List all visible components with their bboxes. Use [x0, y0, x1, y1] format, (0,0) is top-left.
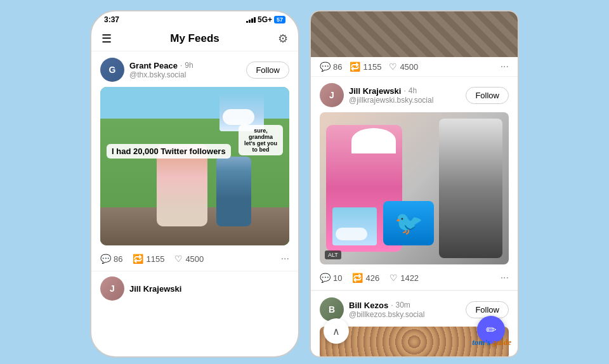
sky-patch-jill-1	[332, 207, 377, 245]
avatar-jill[interactable]: J	[320, 83, 344, 107]
post-jill-partial: J Jill Krajewski	[91, 271, 298, 306]
retweet-icon-top: 🔁	[350, 62, 360, 72]
stat-retweets-jill[interactable]: 🔁 426	[352, 273, 379, 283]
stat-likes-jill[interactable]: ♡ 1422	[390, 273, 419, 283]
stat-retweets-grant[interactable]: 🔁 1155	[133, 254, 164, 264]
outdoor-photo-bg	[100, 87, 289, 245]
toms-guide-tom: tom	[472, 337, 485, 347]
post-stats-jill: 💬 10 🔁 426 ♡ 1422 ···	[320, 270, 509, 286]
post-time-grant: ·	[180, 61, 182, 70]
comment-icon: 💬	[100, 254, 111, 264]
menu-icon[interactable]: ☰	[102, 32, 112, 46]
comment-icon-top: 💬	[320, 62, 331, 72]
more-options-jill[interactable]: ···	[501, 272, 509, 283]
phone-frame-left: 3:37 5G+ 57 ☰ My Feeds ⚙	[90, 10, 299, 358]
user-handle-bill: @billkezos.bsky.social	[349, 310, 424, 319]
network-type: 5G+	[258, 15, 272, 24]
retweet-count-jill: 426	[365, 273, 379, 283]
comment-icon-jill: 💬	[320, 273, 331, 283]
stat-likes-top[interactable]: ♡ 4500	[389, 62, 418, 72]
post-image-main-grant: I had 20,000 Twitter followers sure, gra…	[100, 87, 289, 245]
speech-bubble-side: sure, grandma let's get you to bed	[239, 125, 283, 155]
speech-bubble-main: I had 20,000 Twitter followers	[107, 144, 231, 159]
twitter-patch: 🐦	[383, 201, 434, 245]
avatar-grant[interactable]: G	[100, 58, 124, 82]
avatar-bill[interactable]: B	[320, 297, 344, 322]
cloud	[223, 109, 254, 125]
post-stats-grant: 💬 86 🔁 1155 ♡ 4500 ···	[100, 250, 289, 267]
stat-retweets-top[interactable]: 🔁 1155	[350, 62, 381, 72]
post-jill-user: J Jill Krajewski · 4h @jillkrajewski.bsk…	[320, 83, 433, 107]
retweet-count-top: 1155	[363, 62, 381, 72]
post-image-jill: 🐦 ALT	[320, 112, 509, 264]
cloud-jill	[336, 228, 367, 240]
toms-apostrophe: 's	[485, 337, 492, 347]
jill-image-bg: 🐦 ALT	[320, 112, 509, 264]
post-grant-user: G Grant Peace · 9h @thx.bsky.social	[100, 58, 193, 82]
more-options-grant[interactable]: ···	[281, 253, 289, 264]
page-title: My Feeds	[170, 32, 219, 45]
compose-icon: ✏	[486, 322, 497, 337]
post-grant-header: G Grant Peace · 9h @thx.bsky.social Foll…	[100, 58, 289, 82]
signal-bars-icon	[246, 16, 256, 23]
user-name-grant: Grant Peace	[129, 61, 178, 70]
right-panel-content: 💬 86 🔁 1155 ♡ 4500 ···	[311, 11, 518, 356]
scroll-up-button[interactable]: ∧	[324, 318, 349, 344]
comment-count-grant: 86	[114, 254, 122, 264]
like-count-grant: 4500	[185, 254, 204, 264]
post-grant: G Grant Peace · 9h @thx.bsky.social Foll…	[91, 51, 298, 271]
top-cropped-image	[311, 11, 518, 57]
battery-badge: 57	[274, 16, 285, 23]
dot-jill: ·	[403, 86, 405, 95]
right-panel: 💬 86 🔁 1155 ♡ 4500 ···	[310, 10, 519, 358]
toms-guide-text: guide	[492, 337, 511, 347]
follow-button-grant[interactable]: Follow	[246, 62, 289, 79]
status-bar: 3:37 5G+ 57	[91, 11, 298, 27]
stat-comments-grant[interactable]: 💬 86	[100, 254, 122, 264]
post-time-bill: 30m	[395, 301, 410, 309]
right-stats-row: 💬 86 🔁 1155 ♡ 4500 ···	[311, 57, 518, 77]
heart-icon-jill: ♡	[390, 273, 398, 283]
stat-comments-top[interactable]: 💬 86	[320, 62, 342, 72]
follow-button-jill[interactable]: Follow	[466, 87, 509, 104]
toms-guide-watermark: tom's guide	[472, 337, 511, 348]
dot-bill: ·	[391, 301, 393, 309]
status-time: 3:37	[104, 15, 119, 24]
app-header: ☰ My Feeds ⚙	[91, 27, 298, 51]
user-handle-grant: @thx.bsky.social	[129, 70, 193, 79]
heart-icon-top: ♡	[389, 62, 397, 72]
phone-content: G Grant Peace · 9h @thx.bsky.social Foll…	[91, 51, 298, 356]
twitter-bird-icon: 🐦	[395, 210, 423, 237]
retweet-count-grant: 1155	[146, 254, 164, 264]
stat-comments-jill[interactable]: 💬 10	[320, 273, 342, 283]
like-count-jill: 1422	[400, 273, 419, 283]
post-image-grant: I had 20,000 Twitter followers sure, gra…	[100, 87, 289, 245]
user-info-bill: Bill Kezos · 30m @billkezos.bsky.social	[349, 301, 424, 319]
white-hat	[351, 128, 396, 153]
retweet-icon-jill: 🔁	[352, 273, 363, 283]
like-count-top: 4500	[400, 62, 418, 72]
bw-figure	[439, 119, 502, 258]
post-bill-header: B Bill Kezos · 30m @billkezos.bsky.socia…	[320, 297, 509, 322]
stat-likes-grant[interactable]: ♡ 4500	[174, 254, 204, 264]
user-handle-jill: @jillkrajewski.bsky.social	[349, 96, 433, 105]
user-info-jill: Jill Krajewski · 4h @jillkrajewski.bsky.…	[349, 86, 433, 105]
retweet-icon: 🔁	[133, 254, 143, 264]
heart-icon: ♡	[174, 254, 183, 264]
stone-texture	[311, 11, 518, 57]
user-name-jill: Jill Krajewski	[349, 86, 401, 96]
alt-badge[interactable]: ALT	[325, 250, 341, 259]
more-options-top[interactable]: ···	[501, 61, 509, 72]
figure-helper	[216, 157, 251, 226]
post-time-grant-val: 9h	[185, 61, 193, 70]
post-jill: J Jill Krajewski · 4h @jillkrajewski.bsk…	[311, 77, 518, 290]
gear-icon[interactable]: ⚙	[278, 32, 288, 46]
user-name-jill-partial: Jill Krajewski	[129, 284, 181, 294]
post-time-jill: 4h	[409, 86, 417, 95]
follow-button-bill[interactable]: Follow	[466, 301, 509, 318]
user-info-grant: Grant Peace · 9h @thx.bsky.social	[129, 61, 193, 79]
user-name-bill: Bill Kezos	[349, 301, 388, 310]
avatar-jill-partial[interactable]: J	[100, 276, 124, 301]
chevron-up-icon: ∧	[332, 325, 340, 337]
comment-count-jill: 10	[333, 273, 342, 283]
